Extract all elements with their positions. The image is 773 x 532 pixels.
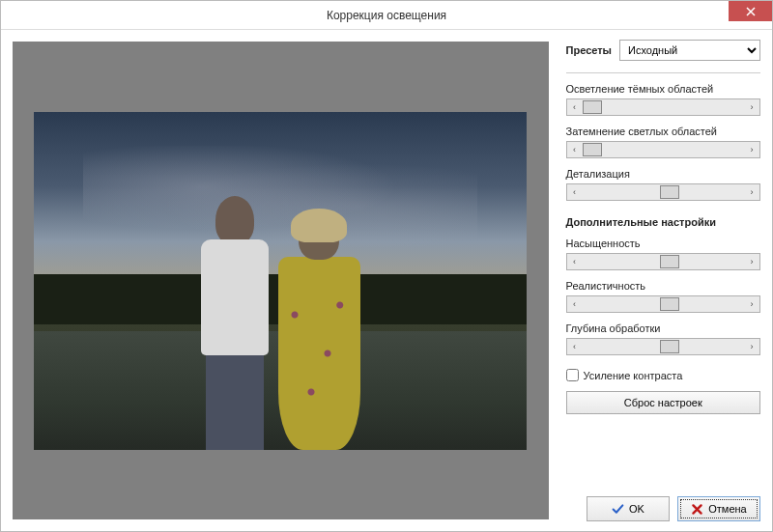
- darken-light-label: Затемнение светлых областей: [566, 126, 760, 137]
- sidebar: Пресеты Исходный Осветление тёмных облас…: [560, 30, 772, 531]
- lighten-dark-label: Осветление тёмных областей: [566, 83, 760, 95]
- control-detail: Детализация ‹ ›: [566, 168, 760, 201]
- slider-right-arrow-icon[interactable]: ›: [744, 299, 759, 309]
- slider-left-arrow-icon[interactable]: ‹: [567, 342, 583, 351]
- preview-canvas: [13, 42, 549, 519]
- slider-thumb[interactable]: [660, 185, 679, 199]
- slider-right-arrow-icon[interactable]: ›: [744, 145, 759, 154]
- preset-row: Пресеты Исходный: [566, 40, 760, 61]
- slider-thumb[interactable]: [660, 297, 679, 311]
- slider-thumb[interactable]: [583, 143, 602, 156]
- slider-thumb[interactable]: [583, 100, 602, 114]
- depth-label: Глубина обработки: [566, 322, 760, 334]
- contrast-boost-checkbox[interactable]: [566, 369, 579, 381]
- control-realism: Реалистичность ‹ ›: [566, 280, 760, 313]
- content: Пресеты Исходный Осветление тёмных облас…: [1, 30, 772, 531]
- window-title: Коррекция освещения: [1, 9, 772, 22]
- check-icon: [612, 503, 624, 516]
- control-lighten-dark: Осветление тёмных областей ‹ ›: [566, 83, 760, 116]
- contrast-boost-label: Усиление контраста: [584, 370, 683, 381]
- divider: [566, 72, 760, 73]
- close-button[interactable]: [729, 1, 772, 21]
- reset-button[interactable]: Сброс настроек: [566, 391, 760, 414]
- cancel-icon: [691, 503, 703, 516]
- realism-label: Реалистичность: [566, 280, 760, 292]
- ok-label: OK: [629, 503, 644, 515]
- slider-left-arrow-icon[interactable]: ‹: [567, 187, 583, 197]
- preset-label: Пресеты: [566, 44, 612, 56]
- cancel-button[interactable]: Отмена: [677, 496, 760, 521]
- detail-label: Детализация: [566, 168, 760, 180]
- control-depth: Глубина обработки ‹ ›: [566, 322, 760, 355]
- slider-left-arrow-icon[interactable]: ‹: [567, 257, 583, 266]
- preview-pane: [1, 30, 560, 531]
- preset-select[interactable]: Исходный: [619, 40, 760, 61]
- slider-left-arrow-icon[interactable]: ‹: [567, 299, 583, 309]
- slider-right-arrow-icon[interactable]: ›: [744, 257, 759, 266]
- detail-slider[interactable]: ‹ ›: [566, 183, 760, 201]
- slider-thumb[interactable]: [660, 340, 679, 353]
- realism-slider[interactable]: ‹ ›: [566, 295, 760, 313]
- contrast-boost-row: Усиление контраста: [566, 369, 760, 381]
- control-saturation: Насыщенность ‹ ›: [566, 238, 760, 270]
- advanced-title: Дополнительные настройки: [566, 216, 760, 228]
- saturation-slider[interactable]: ‹ ›: [566, 253, 760, 270]
- slider-right-arrow-icon[interactable]: ›: [744, 187, 759, 197]
- slider-right-arrow-icon[interactable]: ›: [744, 342, 759, 351]
- depth-slider[interactable]: ‹ ›: [566, 338, 760, 355]
- slider-left-arrow-icon[interactable]: ‹: [567, 102, 583, 112]
- preview-image: [34, 112, 527, 450]
- slider-thumb[interactable]: [660, 255, 679, 268]
- slider-left-arrow-icon[interactable]: ‹: [567, 145, 583, 154]
- cancel-label: Отмена: [708, 503, 746, 515]
- lighten-dark-slider[interactable]: ‹ ›: [566, 98, 760, 116]
- ok-button[interactable]: OK: [587, 496, 670, 521]
- button-row: OK Отмена: [566, 496, 760, 521]
- slider-right-arrow-icon[interactable]: ›: [744, 102, 759, 112]
- control-darken-light: Затемнение светлых областей ‹ ›: [566, 126, 760, 158]
- darken-light-slider[interactable]: ‹ ›: [566, 141, 760, 158]
- close-icon: [746, 7, 756, 16]
- saturation-label: Насыщенность: [566, 238, 760, 249]
- titlebar: Коррекция освещения: [1, 1, 772, 30]
